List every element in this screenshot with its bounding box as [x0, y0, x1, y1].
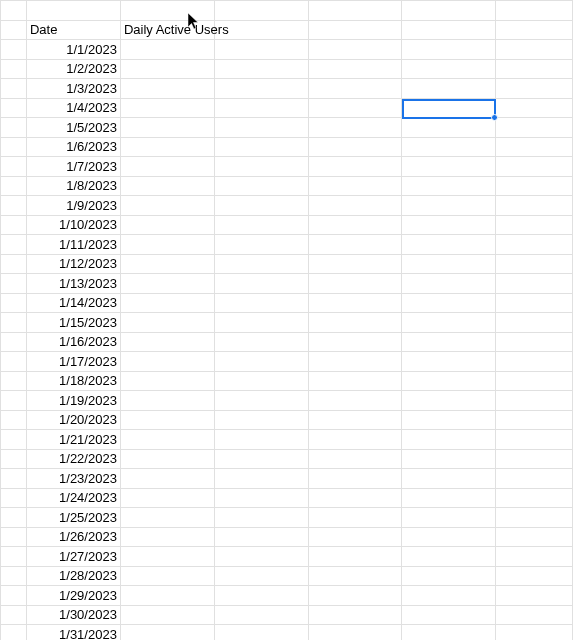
cell[interactable]: [496, 547, 573, 567]
cell[interactable]: [496, 176, 573, 196]
date-cell[interactable]: 1/25/2023: [26, 508, 120, 528]
cell[interactable]: [496, 137, 573, 157]
cell[interactable]: [1, 605, 27, 625]
cell[interactable]: [308, 410, 402, 430]
cell[interactable]: [214, 176, 308, 196]
cell[interactable]: [120, 371, 214, 391]
date-cell[interactable]: 1/24/2023: [26, 488, 120, 508]
cell[interactable]: [496, 586, 573, 606]
cell[interactable]: [308, 586, 402, 606]
cell[interactable]: [1, 625, 27, 641]
cell[interactable]: [496, 410, 573, 430]
cell[interactable]: [308, 313, 402, 333]
cell[interactable]: [496, 625, 573, 641]
cell[interactable]: [496, 20, 573, 40]
date-cell[interactable]: 1/1/2023: [26, 40, 120, 60]
cell[interactable]: [1, 566, 27, 586]
cell[interactable]: [402, 293, 496, 313]
cell[interactable]: [120, 566, 214, 586]
cell[interactable]: [214, 235, 308, 255]
cell[interactable]: [308, 118, 402, 138]
date-cell[interactable]: 1/7/2023: [26, 157, 120, 177]
date-cell[interactable]: 1/29/2023: [26, 586, 120, 606]
cell[interactable]: [214, 79, 308, 99]
cell[interactable]: [402, 1, 496, 21]
cell[interactable]: [402, 508, 496, 528]
cell[interactable]: [402, 488, 496, 508]
spreadsheet-grid[interactable]: Date Daily Active Users 1/1/2023 1/2/202…: [0, 0, 573, 640]
cell[interactable]: [120, 1, 214, 21]
cell[interactable]: [402, 547, 496, 567]
cell[interactable]: [402, 274, 496, 294]
cell[interactable]: [496, 293, 573, 313]
cell[interactable]: [214, 1, 308, 21]
cell[interactable]: [308, 430, 402, 450]
cell[interactable]: [120, 40, 214, 60]
cell[interactable]: [496, 332, 573, 352]
cell[interactable]: [496, 371, 573, 391]
cell[interactable]: [214, 98, 308, 118]
cell[interactable]: [402, 410, 496, 430]
cell[interactable]: [120, 488, 214, 508]
cell[interactable]: [214, 215, 308, 235]
cell[interactable]: [1, 430, 27, 450]
cell[interactable]: [1, 586, 27, 606]
cell[interactable]: [496, 254, 573, 274]
cell[interactable]: [120, 176, 214, 196]
cell[interactable]: [214, 430, 308, 450]
cell[interactable]: [1, 137, 27, 157]
cell[interactable]: [1, 196, 27, 216]
date-cell[interactable]: 1/13/2023: [26, 274, 120, 294]
cell[interactable]: [214, 547, 308, 567]
cell[interactable]: [402, 79, 496, 99]
cell[interactable]: [402, 98, 496, 118]
cell[interactable]: [308, 254, 402, 274]
cell[interactable]: [1, 20, 27, 40]
cell[interactable]: [120, 137, 214, 157]
cell[interactable]: [308, 79, 402, 99]
date-cell[interactable]: 1/12/2023: [26, 254, 120, 274]
cell[interactable]: [496, 313, 573, 333]
cell[interactable]: [308, 1, 402, 21]
date-cell[interactable]: 1/17/2023: [26, 352, 120, 372]
cell[interactable]: [1, 235, 27, 255]
cell[interactable]: [308, 98, 402, 118]
cell[interactable]: [496, 118, 573, 138]
cell[interactable]: [214, 313, 308, 333]
cell[interactable]: [1, 449, 27, 469]
cell[interactable]: [308, 59, 402, 79]
cell[interactable]: [120, 313, 214, 333]
cell[interactable]: [120, 527, 214, 547]
cell[interactable]: [402, 40, 496, 60]
cell[interactable]: [308, 176, 402, 196]
date-cell[interactable]: 1/2/2023: [26, 59, 120, 79]
cell[interactable]: [402, 196, 496, 216]
cell[interactable]: [496, 79, 573, 99]
cell[interactable]: [120, 605, 214, 625]
cell[interactable]: [1, 215, 27, 235]
date-cell[interactable]: 1/20/2023: [26, 410, 120, 430]
cell[interactable]: [402, 313, 496, 333]
cell[interactable]: [308, 449, 402, 469]
date-cell[interactable]: 1/31/2023: [26, 625, 120, 641]
date-cell[interactable]: 1/16/2023: [26, 332, 120, 352]
cell[interactable]: [214, 59, 308, 79]
cell[interactable]: [214, 410, 308, 430]
cell[interactable]: [120, 215, 214, 235]
cell[interactable]: [120, 79, 214, 99]
date-cell[interactable]: 1/28/2023: [26, 566, 120, 586]
cell[interactable]: [496, 566, 573, 586]
cell[interactable]: [402, 352, 496, 372]
cell[interactable]: [214, 274, 308, 294]
cell[interactable]: [308, 40, 402, 60]
cell[interactable]: [120, 59, 214, 79]
cell[interactable]: [26, 1, 120, 21]
cell[interactable]: [496, 215, 573, 235]
cell[interactable]: [308, 293, 402, 313]
cell[interactable]: [308, 488, 402, 508]
cell[interactable]: [1, 410, 27, 430]
cell[interactable]: [402, 586, 496, 606]
cell[interactable]: [496, 469, 573, 489]
cell[interactable]: [214, 293, 308, 313]
cell[interactable]: [1, 254, 27, 274]
